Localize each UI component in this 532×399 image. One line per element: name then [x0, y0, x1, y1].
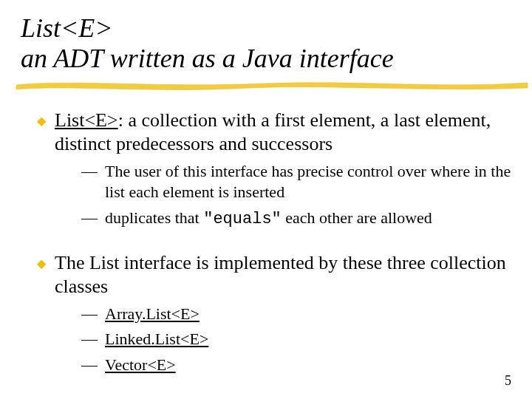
bullet-text: : a collection with a first element, a l…: [55, 109, 491, 155]
sub-item: Linked.List<E>: [81, 329, 511, 350]
title-line-1: List<E>: [21, 13, 113, 43]
sub-item: duplicates that "equals" each other are …: [81, 208, 511, 231]
title-underline: [21, 79, 511, 92]
sub-text-code: "equals": [203, 210, 282, 228]
brush-stroke-icon: [13, 75, 531, 92]
sub-text-underlined: Linked.List<E>: [105, 330, 208, 348]
bullet-lead-underlined: List<E>: [55, 109, 118, 131]
slide: List<E> an ADT written as a Java interfa…: [0, 0, 532, 399]
sub-item: Vector<E>: [81, 355, 511, 376]
sub-text-post: each other are allowed: [282, 208, 432, 227]
sub-text-pre: duplicates that: [105, 208, 203, 227]
bullet-text: The List interface is implemented by the…: [55, 252, 506, 298]
bullet-item: List<E>: a collection with a first eleme…: [37, 109, 511, 245]
sub-text: The user of this interface has precise c…: [105, 162, 511, 202]
sub-item: The user of this interface has precise c…: [81, 161, 511, 203]
sub-text-underlined: Array.List<E>: [105, 304, 200, 323]
title-line-2: an ADT written as a Java interface: [21, 44, 394, 73]
sub-item: Array.List<E>: [81, 304, 511, 325]
bullet-list: List<E>: a collection with a first eleme…: [21, 109, 511, 391]
sub-text-underlined: Vector<E>: [105, 355, 176, 374]
slide-title: List<E> an ADT written as a Java interfa…: [21, 13, 511, 75]
sub-list: The user of this interface has precise c…: [55, 157, 511, 245]
bullet-item: The List interface is implemented by the…: [37, 251, 511, 391]
page-number: 5: [505, 373, 511, 389]
sub-list: Array.List<E> Linked.List<E> Vector<E>: [55, 299, 511, 391]
